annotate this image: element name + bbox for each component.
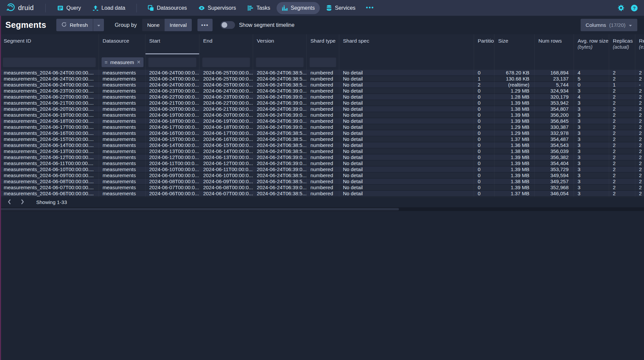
nav-item-tasks[interactable]: Tasks	[242, 2, 275, 14]
column-header-replicas[interactable]: Replicas(actual)	[609, 34, 635, 54]
table-header-row: Segment IDDatasourceStartEndVersionShard…	[0, 34, 644, 54]
cell-shard_spec: No detail	[339, 185, 474, 191]
cell-size: 1.38 MB	[494, 106, 535, 112]
table-row[interactable]: measurements_2024-06-09T00:00:00....meas…	[0, 172, 644, 178]
cell-end: 2024-06-15T00:00:0...	[199, 142, 253, 148]
show-timeline-label: Show segment timeline	[239, 22, 294, 28]
table-row[interactable]: measurements_2024-06-22T00:00:00....meas…	[0, 94, 644, 100]
datasource-filter-chip[interactable]: =measurem✕	[102, 57, 143, 67]
prev-page-button[interactable]	[3, 198, 15, 207]
table-row[interactable]: measurements_2024-06-17T00:00:00....meas…	[0, 124, 644, 130]
cell-end: 2024-06-12T00:00:0...	[199, 160, 253, 166]
nav-item-segments[interactable]: Segments	[277, 2, 320, 14]
table-row[interactable]: measurements_2024-06-24T00:00:00....meas…	[0, 82, 644, 88]
cell-version: 2024-06-24T06:38:5...	[253, 148, 307, 154]
table-row[interactable]: measurements_2024-06-21T00:00:00....meas…	[0, 100, 644, 106]
filter-cell-num_rows	[535, 54, 574, 70]
app-logo[interactable]: druid	[6, 3, 34, 13]
nav-item-services[interactable]: Services	[321, 2, 360, 14]
filter-input-version[interactable]	[256, 57, 304, 67]
cell-replication_factor: 2	[635, 130, 644, 136]
table-row[interactable]: measurements_2024-06-07T00:00:00....meas…	[0, 185, 644, 191]
column-header-start[interactable]: Start	[145, 34, 199, 54]
column-header-size[interactable]: Size	[494, 34, 535, 54]
column-header-num_rows[interactable]: Num rows	[535, 34, 574, 54]
cell-start: 2024-06-14T00:00:0...	[145, 142, 199, 148]
cell-avg_row_size: 3	[574, 148, 609, 154]
refresh-button[interactable]: Refresh	[56, 19, 93, 31]
cell-avg_row_size: 3	[574, 136, 609, 142]
cell-shard_spec: No detail	[339, 166, 474, 172]
cell-size: (realtime)	[494, 82, 535, 88]
close-icon[interactable]: ✕	[137, 59, 141, 65]
table-row[interactable]: measurements_2024-06-24T00:00:00....meas…	[0, 70, 644, 76]
cell-partition: 0	[474, 130, 494, 136]
table-row[interactable]: measurements_2024-06-08T00:00:00....meas…	[0, 178, 644, 185]
table-row[interactable]: measurements_2024-06-15T00:00:00....meas…	[0, 136, 644, 142]
column-header-datasource[interactable]: Datasource	[99, 34, 145, 54]
filter-input-segment_id[interactable]	[3, 57, 96, 67]
cell-replicas: 2	[609, 130, 635, 136]
table-row[interactable]: measurements_2024-06-12T00:00:00....meas…	[0, 154, 644, 160]
cell-shard_spec: No detail	[339, 172, 474, 178]
columns-button[interactable]: Columns (17/20)	[581, 19, 637, 31]
filter-input-start[interactable]	[148, 57, 196, 67]
group-by-more-button[interactable]: •••	[197, 19, 213, 31]
cell-end: 2024-06-23T00:00:0...	[199, 94, 253, 100]
table-row[interactable]: measurements_2024-06-10T00:00:00....meas…	[0, 166, 644, 172]
cell-size: 1.37 MB	[494, 191, 535, 197]
svg-text:?: ?	[633, 5, 636, 10]
chevron-down-icon	[629, 22, 632, 28]
cell-version: 2024-06-24T06:39:0...	[253, 94, 307, 100]
filter-input-shard_type[interactable]	[309, 57, 336, 67]
column-header-avg_row_size[interactable]: Avg. row size(bytes)	[574, 34, 609, 54]
horizontal-scrollbar[interactable]	[0, 207, 644, 211]
nav-more-button[interactable]: •••	[362, 2, 377, 13]
cell-version: 2024-06-24T06:39:0...	[253, 100, 307, 106]
nav-item-query[interactable]: Query	[52, 2, 86, 14]
cell-partition: 0	[474, 191, 494, 197]
cell-shard_type: numbered	[307, 76, 339, 82]
table-row[interactable]: measurements_2024-06-14T00:00:00....meas…	[0, 142, 644, 148]
column-header-shard_type[interactable]: Shard type	[307, 34, 339, 54]
nav-item-supervisors[interactable]: Supervisors	[193, 2, 241, 14]
nav-item-datasources[interactable]: Datasources	[143, 2, 192, 14]
cell-version: 2024-06-24T06:39:0...	[253, 88, 307, 94]
table-row[interactable]: measurements_2024-06-18T00:00:00....meas…	[0, 118, 644, 124]
column-header-partition[interactable]: Partition	[474, 34, 494, 54]
filter-input-end[interactable]	[202, 57, 250, 67]
table-row[interactable]: measurements_2024-06-24T00:00:00....meas…	[0, 76, 644, 82]
gear-icon[interactable]	[618, 4, 625, 11]
column-header-version[interactable]: Version	[253, 34, 307, 54]
group-by-interval-button[interactable]: Interval	[165, 19, 192, 31]
cell-num_rows: 353,729	[535, 166, 574, 172]
cell-shard_spec: No detail	[339, 76, 474, 82]
cell-replication_factor: 2	[635, 124, 644, 130]
column-header-shard_spec[interactable]: Shard spec	[339, 34, 474, 54]
scrollbar-thumb[interactable]	[0, 208, 399, 210]
refresh-menu-button[interactable]	[93, 19, 104, 31]
cell-partition: 0	[474, 88, 494, 94]
cell-segment_id: measurements_2024-06-12T00:00:00....	[0, 154, 99, 160]
table-row[interactable]: measurements_2024-06-11T00:00:00....meas…	[0, 160, 644, 166]
cell-shard_type: numbered	[307, 154, 339, 160]
column-header-segment_id[interactable]: Segment ID	[0, 34, 99, 54]
cell-size: 1.39 MB	[494, 112, 535, 118]
cell-start: 2024-06-24T00:00:0...	[145, 76, 199, 82]
table-row[interactable]: measurements_2024-06-06T00:00:00....meas…	[0, 191, 644, 197]
table-row[interactable]: measurements_2024-06-19T00:00:00....meas…	[0, 112, 644, 118]
table-row[interactable]: measurements_2024-06-20T00:00:00....meas…	[0, 106, 644, 112]
column-header-replication_factor[interactable]: Replication factor(expected)	[635, 34, 644, 54]
table-row[interactable]: measurements_2024-06-23T00:00:00....meas…	[0, 88, 644, 94]
help-icon[interactable]: ?	[631, 4, 638, 12]
group-by-none-button[interactable]: None	[142, 19, 165, 31]
table-row[interactable]: measurements_2024-06-13T00:00:00....meas…	[0, 148, 644, 154]
cell-datasource: measurements	[99, 94, 145, 100]
column-header-end[interactable]: End	[199, 34, 253, 54]
show-timeline-toggle[interactable]	[221, 21, 235, 29]
table-row[interactable]: measurements_2024-06-16T00:00:00....meas…	[0, 130, 644, 136]
next-page-button[interactable]	[17, 198, 28, 207]
cell-segment_id: measurements_2024-06-23T00:00:00....	[0, 88, 99, 94]
nav-item-load-data[interactable]: Load data	[87, 2, 130, 14]
cell-end: 2024-06-08T00:00:0...	[199, 185, 253, 191]
